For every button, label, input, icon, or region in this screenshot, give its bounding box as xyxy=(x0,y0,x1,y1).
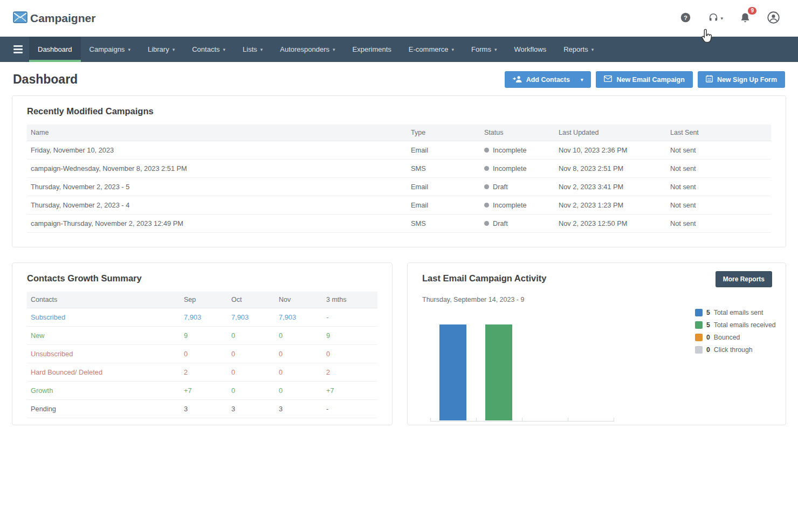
campaigner-logo[interactable]: Campaigner xyxy=(13,11,95,26)
nav-item-workflows[interactable]: Workflows xyxy=(505,37,555,62)
status-dot xyxy=(484,184,489,189)
table-row[interactable]: campaign-Wednesday, November 8, 2023 2:5… xyxy=(27,160,771,178)
row-label-link[interactable]: New xyxy=(31,331,184,340)
status-dot xyxy=(484,166,489,171)
new-email-campaign-button[interactable]: New Email Campaign xyxy=(596,71,692,88)
legend-swatch-blue xyxy=(695,309,703,316)
chevron-down-icon: ▾ xyxy=(452,47,455,52)
growth-row-subscribed: Subscribed 7,903 7,903 7,903 - xyxy=(27,308,377,327)
legend-item-received[interactable]: 5 Total emails received xyxy=(695,321,776,329)
chart-legend: 5 Total emails sent 5 Total emails recei… xyxy=(695,309,776,354)
form-icon xyxy=(706,75,713,84)
bell-icon xyxy=(740,12,750,25)
bar-total-emails-sent[interactable] xyxy=(439,324,466,420)
contacts-growth-table: Contacts Sep Oct Nov 3 mths Subscribed 7… xyxy=(27,292,377,418)
more-reports-button[interactable]: More Reports xyxy=(716,271,772,287)
new-signup-form-button[interactable]: New Sign Up Form xyxy=(698,71,785,88)
status-text: Incomplete xyxy=(493,146,527,154)
growth-row-new: New 9 0 0 9 xyxy=(27,327,377,345)
dashboard-content: Recently Modified Campaigns Name Type St… xyxy=(0,95,798,425)
growth-row-growth: Growth +7 0 0 +7 xyxy=(27,382,377,400)
nav-item-contacts[interactable]: Contacts▾ xyxy=(183,37,234,62)
table-row[interactable]: Friday, November 10, 2023 Email Incomple… xyxy=(27,141,771,160)
notifications-count-badge: 9 xyxy=(748,7,756,15)
campaign-activity-title: Last Email Campaign Activity xyxy=(422,271,546,284)
campaign-name[interactable]: Thursday, November 2, 2023 - 5 xyxy=(31,183,411,191)
table-row[interactable]: Thursday, November 2, 2023 - 4 Email Inc… xyxy=(27,196,771,215)
legend-item-sent[interactable]: 5 Total emails sent xyxy=(695,309,776,316)
chevron-down-icon: ▾ xyxy=(494,47,497,52)
logo-text: Campaigner xyxy=(30,12,95,25)
nav-item-ecommerce[interactable]: E-commerce▾ xyxy=(400,37,463,62)
topbar-icons: ? ▾ 9 xyxy=(679,10,781,26)
nav-item-lists[interactable]: Lists▾ xyxy=(234,37,271,62)
envelope-icon xyxy=(604,75,612,84)
growth-row-unsubscribed: Unsubscribed 0 0 0 0 xyxy=(27,345,377,363)
recent-campaigns-table: Name Type Status Last Updated Last Sent … xyxy=(27,125,771,233)
chevron-down-icon: ▾ xyxy=(720,16,723,21)
row-label: Pending xyxy=(31,405,184,413)
nav-item-forms[interactable]: Forms▾ xyxy=(463,37,505,62)
column-last-updated[interactable]: Last Updated xyxy=(559,129,670,136)
bar-total-emails-received[interactable] xyxy=(485,324,512,420)
chevron-down-icon: ▾ xyxy=(581,77,583,82)
chevron-down-icon: ▾ xyxy=(173,47,175,52)
campaign-activity-chart xyxy=(430,324,614,422)
axis-tick xyxy=(430,418,431,422)
chevron-down-icon: ▾ xyxy=(223,47,226,52)
hamburger-menu-icon[interactable] xyxy=(6,37,29,62)
legend-swatch-orange xyxy=(695,334,703,341)
table-row[interactable]: campaign-Thursday, November 2, 2023 12:4… xyxy=(27,215,771,233)
legend-item-click-through[interactable]: 0 Click through xyxy=(695,346,776,354)
legend-swatch-gray xyxy=(695,346,703,354)
recent-campaigns-panel: Recently Modified Campaigns Name Type St… xyxy=(12,95,786,247)
page-header: Dashboard Add Contacts ▾ New Email Campa… xyxy=(0,62,798,95)
contacts-growth-title: Contacts Growth Summary xyxy=(12,263,392,284)
column-3mths: 3 mths xyxy=(326,296,374,303)
status-dot xyxy=(484,203,489,208)
nav-item-campaigns[interactable]: Campaigns▾ xyxy=(81,37,139,62)
growth-row-pending: Pending 3 3 3 - xyxy=(27,400,377,418)
nav-item-dashboard[interactable]: Dashboard xyxy=(29,37,81,62)
nav-item-autoresponders[interactable]: Autoresponders▾ xyxy=(271,37,343,62)
nav-item-library[interactable]: Library▾ xyxy=(139,37,183,62)
chevron-down-icon: ▾ xyxy=(128,47,130,52)
main-navigation: Dashboard Campaigns▾ Library▾ Contacts▾ … xyxy=(0,37,798,62)
table-header-row: Name Type Status Last Updated Last Sent xyxy=(27,125,771,141)
status-text: Incomplete xyxy=(493,164,527,172)
growth-row-hard-bounced: Hard Bounced/ Deleted 2 0 0 2 xyxy=(27,363,377,382)
chevron-down-icon: ▾ xyxy=(260,47,263,52)
envelope-logo-icon xyxy=(13,11,27,26)
nav-item-reports[interactable]: Reports▾ xyxy=(555,37,602,62)
table-row[interactable]: Thursday, November 2, 2023 - 5 Email Dra… xyxy=(27,178,771,196)
row-label-link[interactable]: Subscribed xyxy=(31,313,184,321)
add-contact-icon xyxy=(513,75,522,84)
column-type[interactable]: Type xyxy=(411,129,484,136)
campaign-name[interactable]: Friday, November 10, 2023 xyxy=(31,146,411,154)
column-oct: Oct xyxy=(231,296,279,303)
page-actions: Add Contacts ▾ New Email Campaign New Si… xyxy=(505,71,785,88)
axis-tick xyxy=(522,418,522,422)
status-dot xyxy=(484,221,489,226)
column-name[interactable]: Name xyxy=(31,129,411,136)
page-title: Dashboard xyxy=(13,72,78,87)
status-dot xyxy=(484,148,489,153)
campaign-name[interactable]: campaign-Wednesday, November 8, 2023 2:5… xyxy=(31,164,411,172)
column-status[interactable]: Status xyxy=(484,129,559,136)
row-label-link[interactable]: Unsubscribed xyxy=(31,350,184,358)
add-contacts-button[interactable]: Add Contacts ▾ xyxy=(505,71,591,88)
campaign-name[interactable]: campaign-Thursday, November 2, 2023 12:4… xyxy=(31,219,411,227)
column-last-sent[interactable]: Last Sent xyxy=(670,129,767,136)
row-label-link[interactable]: Hard Bounced/ Deleted xyxy=(31,368,184,376)
notifications-button[interactable]: 9 xyxy=(739,11,751,26)
status-text: Draft xyxy=(493,219,508,227)
campaign-activity-panel: Last Email Campaign Activity More Report… xyxy=(407,262,786,425)
axis-tick xyxy=(614,418,614,422)
support-button[interactable]: ▾ xyxy=(707,12,724,25)
legend-item-bounced[interactable]: 0 Bounced xyxy=(695,334,776,341)
help-button[interactable]: ? xyxy=(679,11,692,25)
row-label-link[interactable]: Growth xyxy=(31,386,184,395)
nav-item-experiments[interactable]: Experiments xyxy=(344,37,400,62)
profile-button[interactable] xyxy=(766,10,781,26)
campaign-name[interactable]: Thursday, November 2, 2023 - 4 xyxy=(31,201,411,209)
